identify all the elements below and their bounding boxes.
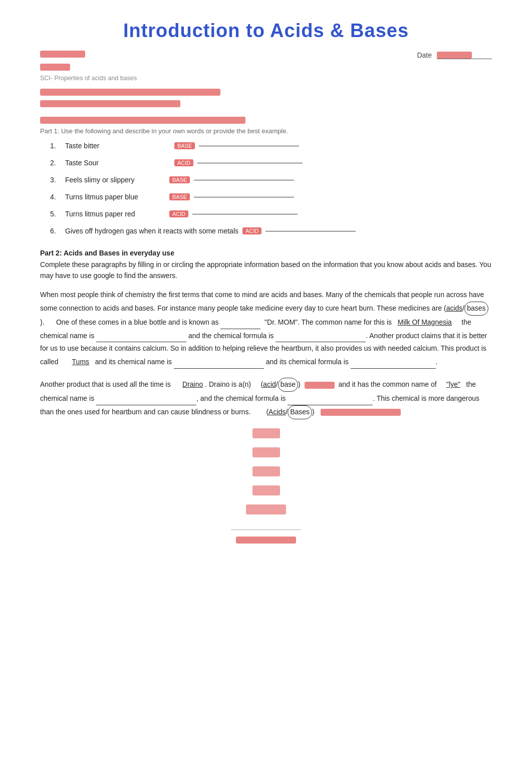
blank-lye-chem-name bbox=[96, 392, 196, 405]
name-section: SCI- Properties of acids and bases bbox=[40, 51, 137, 82]
part2-title: Part 2: Acids and Bases in everyday use bbox=[40, 249, 492, 257]
blank-tums-chem-name bbox=[174, 355, 264, 369]
bases-circled-2: Bases bbox=[288, 405, 312, 419]
blank-lye-formula bbox=[288, 392, 373, 405]
img-row-4 bbox=[252, 485, 280, 495]
answer-badge-5: ACID bbox=[169, 210, 188, 217]
lye-word: "lye" bbox=[446, 380, 460, 388]
answer-badge-2: ACID bbox=[174, 159, 193, 166]
date-label: Date bbox=[417, 51, 432, 59]
draino-word: Draino bbox=[182, 380, 203, 388]
fill-line-2 bbox=[197, 163, 303, 163]
list-text-2: Taste Sour bbox=[65, 159, 165, 167]
paragraph1: When most people think of chemistry the … bbox=[40, 289, 492, 369]
part2-section: Part 2: Acids and Bases in everyday use … bbox=[40, 249, 492, 419]
period-redacted bbox=[40, 64, 70, 71]
milk-magnesia: Milk Of Magnesia bbox=[398, 318, 452, 326]
fill-line-3 bbox=[194, 180, 294, 180]
list-item: 4. Turns litmus paper blue BASE bbox=[50, 193, 492, 201]
footer-redacted bbox=[236, 537, 296, 544]
image-placeholder-area bbox=[40, 428, 492, 514]
footer-line bbox=[231, 530, 301, 531]
list-text-4: Turns litmus paper blue bbox=[65, 193, 165, 201]
list-num-5: 5. bbox=[50, 210, 65, 218]
date-line bbox=[437, 51, 492, 59]
intro-redacted-1 bbox=[40, 89, 220, 96]
img-row-1 bbox=[252, 428, 280, 438]
fill-line-6 bbox=[265, 231, 356, 231]
fill-line-5 bbox=[192, 214, 298, 214]
footer bbox=[40, 530, 492, 544]
img-row-5 bbox=[246, 504, 286, 514]
list-item: 3. Feels slimy or slippery BASE bbox=[50, 176, 492, 184]
acid-text: acid bbox=[263, 380, 276, 388]
base-circled: base bbox=[278, 378, 298, 392]
bases-circled: bases bbox=[464, 302, 488, 316]
img-row-2 bbox=[252, 447, 280, 457]
list-num-4: 4. bbox=[50, 193, 65, 201]
list-item: 6. Gives off hydrogen gas when it reacts… bbox=[50, 227, 492, 235]
para2-redacted-2 bbox=[321, 409, 401, 416]
fill-line-4 bbox=[194, 197, 294, 197]
date-redacted bbox=[437, 52, 472, 59]
intro-redacted-2 bbox=[40, 100, 180, 107]
list-text-6: Gives off hydrogen gas when it reacts wi… bbox=[65, 227, 238, 235]
paragraph2: Another product that is used all the tim… bbox=[40, 378, 492, 419]
intro-text bbox=[40, 87, 492, 108]
list-text-5: Turns litmus paper red bbox=[65, 210, 165, 218]
blank-brand-name bbox=[220, 316, 260, 329]
answer-badge-4: BASE bbox=[169, 193, 190, 200]
list-section: 1. Taste bitter BASE 2. Taste Sour ACID … bbox=[50, 142, 492, 235]
list-num-6: 6. bbox=[50, 227, 65, 235]
header-row: SCI- Properties of acids and bases Date bbox=[40, 51, 492, 82]
part1-header: Part 1: Use the following and describe i… bbox=[40, 115, 492, 137]
and-chemical-label: and the chemical bbox=[200, 394, 253, 402]
list-text-3: Feels slimy or slippery bbox=[65, 176, 165, 184]
answer-badge-1: BASE bbox=[174, 142, 195, 149]
list-num-1: 1. bbox=[50, 142, 65, 150]
img-2 bbox=[252, 447, 280, 457]
img-1 bbox=[252, 428, 280, 438]
acids-label: Acids bbox=[269, 408, 286, 416]
img-4 bbox=[252, 485, 280, 495]
acids-text: acids bbox=[446, 304, 463, 312]
page-title: Introduction to Acids & Bases bbox=[40, 20, 492, 42]
name-redacted bbox=[40, 51, 85, 58]
img-5 bbox=[246, 504, 286, 514]
answer-badge-6: ACID bbox=[242, 227, 261, 234]
part1-redacted-1 bbox=[40, 117, 245, 124]
part2-instructions: Complete these paragraphs by filling in … bbox=[40, 259, 492, 282]
list-text-1: Taste bitter bbox=[65, 142, 165, 150]
tums-word: Tums bbox=[72, 358, 89, 366]
fill-line-1 bbox=[199, 146, 299, 146]
list-num-2: 2. bbox=[50, 159, 65, 167]
blank-chemical-name-1 bbox=[96, 329, 186, 343]
class-label: SCI- Properties of acids and bases bbox=[40, 75, 137, 82]
list-item: 5. Turns litmus paper red ACID bbox=[50, 210, 492, 218]
blank-tums-formula bbox=[351, 355, 436, 369]
list-item: 1. Taste bitter BASE bbox=[50, 142, 492, 150]
and-text: and bbox=[266, 358, 278, 366]
img-3 bbox=[252, 466, 280, 476]
img-row-3 bbox=[252, 466, 280, 476]
answer-badge-3: BASE bbox=[169, 176, 190, 183]
list-num-3: 3. bbox=[50, 176, 65, 184]
date-section: Date bbox=[417, 51, 492, 59]
list-item: 2. Taste Sour ACID bbox=[50, 159, 492, 167]
blank-formula-1 bbox=[276, 329, 366, 343]
para2-redacted-1 bbox=[305, 382, 335, 389]
